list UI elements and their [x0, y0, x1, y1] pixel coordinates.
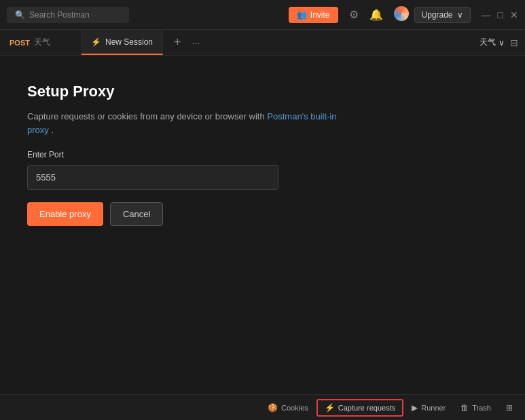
proxy-title: Setup Proxy — [27, 83, 353, 100]
trash-label: Trash — [472, 404, 491, 412]
port-input[interactable] — [27, 165, 278, 190]
titlebar: 🔍 Search Postman 👥 Invite ⚙ 🔔 Upgrade ∨ … — [0, 0, 525, 30]
cancel-button[interactable]: Cancel — [110, 202, 163, 226]
tab-weather-name: 天气 — [34, 37, 50, 48]
port-label: Enter Port — [27, 150, 353, 159]
upgrade-button[interactable]: Upgrade ∨ — [414, 7, 471, 23]
bottombar: 🍪 Cookies ⚡ Capture requests ▶ Runner 🗑 … — [0, 394, 525, 420]
env-name: 天气 — [479, 37, 496, 48]
trash-icon: 🗑 — [460, 403, 469, 413]
search-placeholder: Search Postman — [29, 10, 90, 20]
env-chevron-icon: ∨ — [499, 38, 505, 47]
cookie-icon: 🍪 — [268, 403, 278, 413]
invite-button[interactable]: 👥 Invite — [289, 7, 338, 23]
settings-icon[interactable]: ⚙ — [349, 8, 359, 21]
tab-post-weather[interactable]: POST 天气 — [0, 30, 82, 55]
cookies-label: Cookies — [281, 404, 308, 412]
minimize-button[interactable]: — — [482, 9, 491, 20]
more-tabs-button[interactable]: ··· — [192, 37, 200, 48]
tabbar-right: 天气 ∨ ⊟ — [206, 30, 525, 55]
trash-button[interactable]: 🗑 Trash — [454, 400, 498, 415]
window-controls: — □ ✕ — [482, 9, 518, 20]
enable-proxy-button[interactable]: Enable proxy — [27, 202, 103, 226]
main-content: Setup Proxy Capture requests or cookies … — [0, 56, 525, 393]
tab-method-label: POST — [10, 39, 30, 47]
capture-requests-button[interactable]: ⚡ Capture requests — [316, 399, 403, 417]
proxy-dialog: Setup Proxy Capture requests or cookies … — [27, 76, 353, 233]
capture-icon: ⚡ — [325, 403, 335, 413]
add-tab-button[interactable]: + — [170, 35, 185, 50]
search-icon: 🔍 — [15, 10, 25, 20]
grid-button[interactable]: ⊞ — [499, 400, 520, 415]
tab-new-session[interactable]: ⚡ New Session — [82, 30, 163, 55]
new-session-label: New Session — [105, 37, 153, 47]
proxy-buttons: Enable proxy Cancel — [27, 202, 353, 226]
titlebar-icons: ⚙ 🔔 — [349, 6, 409, 24]
capture-label: Capture requests — [338, 404, 395, 412]
postman-logo — [394, 6, 409, 24]
runner-label: Runner — [421, 404, 446, 412]
proxy-description: Capture requests or cookies from any dev… — [27, 110, 353, 136]
tabbar: POST 天气 ⚡ New Session + ··· 天气 ∨ ⊟ — [0, 30, 525, 56]
sidebar-toggle-icon[interactable]: ⊟ — [510, 37, 518, 48]
search-box[interactable]: 🔍 Search Postman — [7, 7, 129, 23]
grid-icon: ⊞ — [506, 403, 513, 413]
runner-button[interactable]: ▶ Runner — [405, 400, 452, 415]
environment-selector[interactable]: 天气 ∨ — [479, 37, 505, 48]
tab-actions: + ··· — [163, 30, 206, 55]
close-button[interactable]: ✕ — [510, 9, 518, 20]
chevron-down-icon: ∨ — [457, 10, 463, 20]
runner-icon: ▶ — [412, 403, 418, 413]
invite-icon: 👥 — [297, 10, 307, 20]
bell-icon[interactable]: 🔔 — [369, 8, 383, 21]
cookies-button[interactable]: 🍪 Cookies — [261, 400, 315, 415]
new-session-icon: ⚡ — [91, 37, 101, 47]
maximize-button[interactable]: □ — [498, 9, 503, 20]
